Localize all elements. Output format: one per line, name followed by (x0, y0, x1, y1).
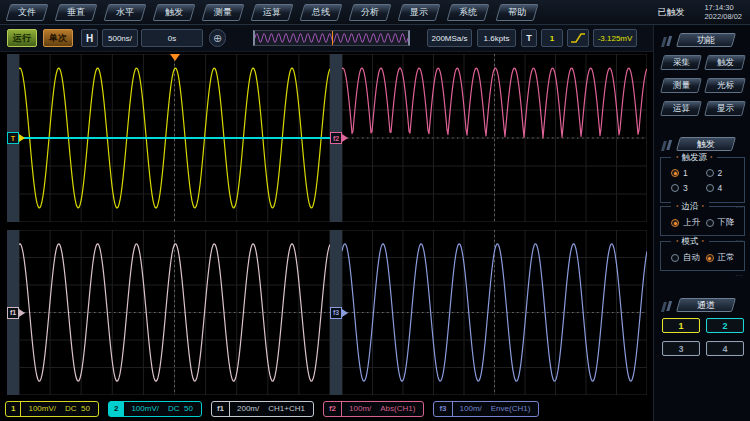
trigger-mode-group: 模式 自动 正常 (660, 241, 745, 271)
menu-math[interactable]: 运算 (251, 4, 294, 21)
trigger-status-text: 已触发 (657, 6, 684, 19)
source-option-2[interactable]: 2 (706, 168, 739, 178)
radio-icon (671, 219, 679, 227)
memory-depth-display[interactable]: 1.6kpts (477, 29, 516, 47)
f1-status-badge[interactable]: f1 200m/ CH1+CH1 (211, 401, 314, 417)
menu-vertical[interactable]: 垂直 (55, 4, 98, 21)
function-measure-button[interactable]: 测量 (660, 78, 702, 93)
ch2-status-badge[interactable]: 2 100mV/ DC 50 (108, 401, 202, 417)
menu-file[interactable]: 文件 (6, 4, 49, 21)
menu-trigger[interactable]: 触发 (153, 4, 196, 21)
radio-icon (671, 169, 679, 177)
clock: 17:14:30 2022/08/02 (704, 3, 742, 21)
rising-edge-icon[interactable] (567, 29, 589, 47)
channel-1-button[interactable]: 1 (662, 318, 700, 333)
time-text: 17:14:30 (704, 3, 742, 12)
radio-icon (671, 184, 679, 192)
trigger-position-marker-icon[interactable] (170, 54, 180, 61)
edge-option-rising[interactable]: 上升 (671, 217, 704, 229)
function-display-button[interactable]: 显示 (704, 101, 746, 116)
panel-gutter: T (7, 54, 19, 222)
trigger-level-arrow-icon (19, 134, 25, 142)
function-math-button[interactable]: 运算 (660, 101, 702, 116)
tab-trigger[interactable]: 触发 (676, 137, 736, 151)
sidebar: 功能 采集 触发 测量 光标 运算 显示 触发 触发源 1 2 3 4 边沿 上… (653, 25, 750, 421)
run-button[interactable]: 运行 (7, 29, 37, 47)
trigger-level-marker[interactable]: T (7, 132, 19, 144)
function-trigger-button[interactable]: 触发 (704, 55, 746, 70)
source-option-1[interactable]: 1 (671, 168, 704, 178)
trigger-t-button[interactable]: T (521, 29, 537, 47)
edge-option-falling[interactable]: 下降 (706, 217, 739, 229)
function-cursor-button[interactable]: 光标 (704, 78, 746, 93)
tab-channel[interactable]: 通道 (676, 298, 736, 312)
trigger-mode-label: 模式 (671, 236, 709, 248)
f2-status-badge[interactable]: f2 100m/ Abs(CH1) (323, 401, 424, 417)
radio-icon (706, 219, 714, 227)
sample-rate-display[interactable]: 200MSa/s (427, 29, 472, 47)
waveform-canvas (19, 54, 330, 222)
scope-display: T f2 f1 f3 (0, 52, 653, 396)
radio-icon (671, 254, 679, 262)
trigger-source-display[interactable]: 1 (541, 29, 563, 47)
graticule-f1 (19, 230, 330, 395)
waveform-preview-strip[interactable] (253, 30, 410, 46)
mode-option-auto[interactable]: 自动 (671, 252, 704, 264)
channel-2-button[interactable]: 2 (706, 318, 744, 333)
zoom-icon[interactable]: ⊕ (209, 29, 226, 47)
menu-bus[interactable]: 总线 (300, 4, 343, 21)
mode-option-normal[interactable]: 正常 (706, 252, 739, 264)
f2-tag: f2 (324, 402, 342, 416)
f1-scale: 200m/ (230, 404, 266, 413)
menu-bar: 文件 垂直 水平 触发 测量 运算 总线 分析 显示 系统 帮助 已触发 17:… (0, 0, 750, 25)
menu-help[interactable]: 帮助 (496, 4, 539, 21)
f3-arrow-icon (342, 309, 348, 317)
f3-status-badge[interactable]: f3 100m/ Enve(CH1) (433, 401, 539, 417)
trigger-edge-label: 边沿 (671, 201, 709, 213)
trigger-level-display[interactable]: -3.125mV (593, 29, 637, 47)
ch2-tag: 2 (109, 402, 124, 416)
trigger-edge-group: 边沿 上升 下降 (660, 206, 745, 236)
panel-gutter: f1 (7, 230, 19, 395)
f3-scale: 100m/ (453, 404, 489, 413)
f1-marker[interactable]: f1 (7, 307, 19, 319)
single-button[interactable]: 单次 (43, 29, 73, 47)
source-option-3[interactable]: 3 (671, 183, 704, 193)
menu-horizontal[interactable]: 水平 (104, 4, 147, 21)
f2-scale: 100m/ (342, 404, 378, 413)
f3-marker[interactable]: f3 (330, 307, 342, 319)
graticule-f2 (342, 54, 647, 222)
f3-detail: Enve(CH1) (489, 404, 539, 413)
trigger-source-label: 触发源 (671, 152, 717, 164)
waveform-panel-f1: f1 (7, 230, 330, 395)
timebase-select[interactable]: 500ns/ (102, 29, 138, 47)
radio-icon (706, 254, 714, 262)
f3-tag: f3 (434, 402, 452, 416)
f1-detail: CH1+CH1 (266, 404, 313, 413)
horizontal-button[interactable]: H (81, 29, 98, 47)
tab-function[interactable]: 功能 (676, 33, 736, 47)
ch2-scale: 100mV/ (124, 404, 166, 413)
channel-3-button[interactable]: 3 (662, 341, 700, 356)
f2-marker[interactable]: f2 (330, 132, 342, 144)
channel-4-button[interactable]: 4 (706, 341, 744, 356)
source-option-4[interactable]: 4 (706, 183, 739, 193)
function-acquire-button[interactable]: 采集 (660, 55, 702, 70)
menu-system[interactable]: 系统 (447, 4, 490, 21)
menu-display[interactable]: 显示 (398, 4, 441, 21)
ch2-detail: DC 50 (166, 404, 201, 413)
graticule-f3 (342, 230, 647, 395)
channel-status-bar: 1 100mV/ DC 50 2 100mV/ DC 50 f1 200m/ C… (0, 396, 653, 421)
waveform-canvas (342, 230, 647, 395)
toolbar: 运行 单次 H 500ns/ 0s ⊕ 200MSa/s 1.6kpts T 1… (0, 25, 653, 52)
radio-icon (706, 184, 714, 192)
horizontal-offset-select[interactable]: 0s (141, 29, 203, 47)
titlebar-right: 已触发 17:14:30 2022/08/02 (657, 3, 750, 21)
menu-analysis[interactable]: 分析 (349, 4, 392, 21)
ch1-status-badge[interactable]: 1 100mV/ DC 50 (5, 401, 99, 417)
preview-trigger-marker[interactable] (332, 31, 333, 45)
menu-measure[interactable]: 测量 (202, 4, 245, 21)
ch1-scale: 100mV/ (21, 404, 63, 413)
ch1-detail: DC 50 (63, 404, 98, 413)
channel-button-grid: 1 2 3 4 (662, 318, 744, 356)
